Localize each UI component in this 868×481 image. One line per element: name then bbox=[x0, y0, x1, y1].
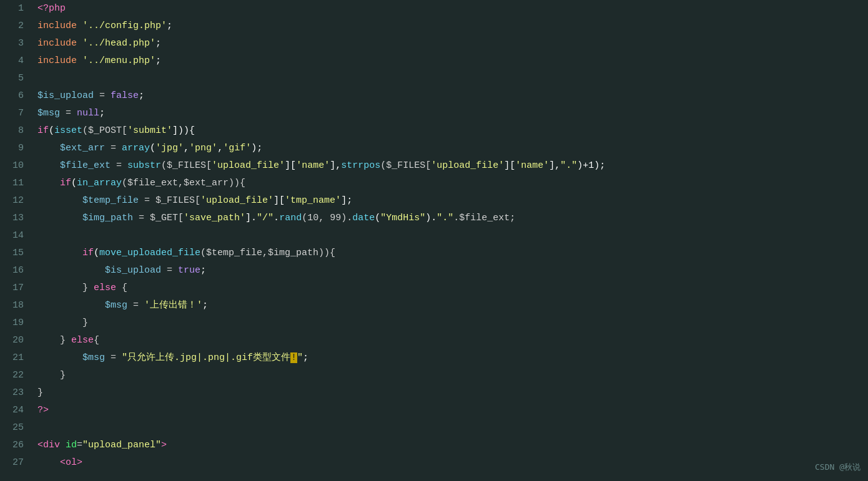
token: move_uploaded_file bbox=[99, 248, 200, 258]
line-number: 22 bbox=[0, 367, 31, 384]
token: 'name' bbox=[515, 160, 549, 171]
line-number: 1 bbox=[0, 0, 31, 17]
token: in_array bbox=[77, 178, 122, 188]
token: = bbox=[94, 90, 111, 101]
token bbox=[77, 38, 82, 49]
token: ?> bbox=[37, 405, 49, 415]
line-number: 17 bbox=[0, 279, 31, 297]
token bbox=[77, 21, 82, 31]
line-number: 25 bbox=[0, 419, 31, 437]
code-line bbox=[37, 70, 868, 87]
code-content[interactable]: <?phpinclude '../config.php';include '..… bbox=[31, 0, 868, 481]
token: 'submit' bbox=[127, 125, 172, 136]
code-line: $temp_file = $_FILES['upload_file']['tmp… bbox=[37, 192, 868, 210]
token: ( bbox=[150, 143, 155, 153]
code-line: $msg = "只允许上传.jpg|.png|.gif类型文件!"; bbox=[37, 349, 868, 367]
line-number: 7 bbox=[0, 105, 31, 122]
token: ; bbox=[155, 56, 161, 66]
token: else bbox=[94, 283, 116, 293]
token: ])){ bbox=[172, 125, 195, 136]
token: = $_GET[ bbox=[133, 213, 184, 223]
token: ( bbox=[49, 125, 54, 136]
token: "." bbox=[560, 160, 577, 171]
line-number: 27 bbox=[0, 454, 31, 472]
code-line bbox=[37, 419, 868, 437]
code-line: $is_upload = true; bbox=[37, 262, 868, 279]
token: 'upload_file' bbox=[431, 160, 504, 171]
token: = bbox=[161, 265, 178, 276]
token: { bbox=[116, 283, 127, 293]
code-line: if(isset($_POST['submit'])){ bbox=[37, 122, 868, 140]
token: $ext_arr bbox=[37, 143, 105, 153]
token: ]; bbox=[341, 195, 352, 206]
code-line: } else{ bbox=[37, 332, 868, 349]
token: (10, 99). bbox=[302, 213, 352, 223]
line-number: 21 bbox=[0, 349, 31, 367]
token: ; bbox=[303, 352, 308, 363]
token: = bbox=[60, 108, 77, 119]
token: ], bbox=[549, 160, 560, 171]
token: substr bbox=[127, 160, 161, 171]
token: rand bbox=[279, 213, 302, 223]
line-number: 15 bbox=[0, 245, 31, 262]
code-line: $ext_arr = array('jpg','png','gif'); bbox=[37, 140, 868, 157]
line-number: 14 bbox=[0, 227, 31, 245]
highlight-token: ! bbox=[290, 352, 297, 363]
code-line: } else { bbox=[37, 279, 868, 297]
token: "只允许上传.jpg|.png|.gif类型文件 bbox=[122, 352, 290, 363]
token: ; bbox=[139, 90, 144, 101]
token: , bbox=[217, 143, 223, 153]
line-number: 18 bbox=[0, 297, 31, 314]
token: = bbox=[77, 440, 82, 450]
code-line: if(in_array($file_ext,$ext_arr)){ bbox=[37, 175, 868, 192]
token: strrpos bbox=[341, 160, 380, 171]
token: ( bbox=[375, 213, 380, 223]
line-number: 9 bbox=[0, 140, 31, 157]
token: <div bbox=[37, 440, 60, 450]
token: ; bbox=[155, 38, 161, 49]
code-line: } bbox=[37, 367, 868, 384]
token: ; bbox=[200, 265, 206, 276]
code-line: } bbox=[37, 384, 868, 402]
token: ], bbox=[330, 160, 341, 171]
token: ( bbox=[94, 248, 99, 258]
token: ($_FILES[ bbox=[161, 160, 212, 171]
token: $temp_file bbox=[37, 195, 139, 206]
token: )+1); bbox=[577, 160, 605, 171]
line-number: 2 bbox=[0, 17, 31, 35]
code-line: $is_upload = false; bbox=[37, 87, 868, 105]
line-number: 23 bbox=[0, 384, 31, 402]
token: ( bbox=[71, 178, 77, 188]
token: ($_FILES[ bbox=[380, 160, 431, 171]
token: if bbox=[60, 178, 71, 188]
token: "YmdHis" bbox=[380, 213, 425, 223]
token: $img_path bbox=[37, 213, 133, 223]
token: $msg bbox=[37, 352, 105, 363]
token: "." bbox=[436, 213, 453, 223]
token: <?php bbox=[37, 3, 66, 14]
token: ); bbox=[251, 143, 262, 153]
token: ]. bbox=[245, 213, 257, 223]
code-line: <div id="upload_panel"> bbox=[37, 437, 868, 454]
code-line bbox=[37, 227, 868, 245]
line-number: 5 bbox=[0, 70, 31, 87]
token: "upload_panel" bbox=[82, 440, 161, 450]
token: else bbox=[71, 335, 94, 346]
token: 'gif' bbox=[223, 143, 251, 153]
token: if bbox=[82, 248, 94, 258]
line-number: 6 bbox=[0, 87, 31, 105]
token bbox=[77, 56, 82, 66]
token: > bbox=[77, 457, 82, 468]
token: } bbox=[37, 283, 94, 293]
token: include bbox=[37, 38, 77, 49]
token: ($temp_file,$img_path)){ bbox=[200, 248, 335, 258]
token bbox=[60, 440, 66, 450]
token: ; bbox=[167, 21, 172, 31]
token: 'tmp_name' bbox=[285, 195, 341, 206]
code-line: $msg = null; bbox=[37, 105, 868, 122]
token: 'upload_file' bbox=[212, 160, 285, 171]
token: ($_POST[ bbox=[82, 125, 127, 136]
token: ; bbox=[99, 108, 105, 119]
line-number: 13 bbox=[0, 210, 31, 227]
token: include bbox=[37, 56, 77, 66]
